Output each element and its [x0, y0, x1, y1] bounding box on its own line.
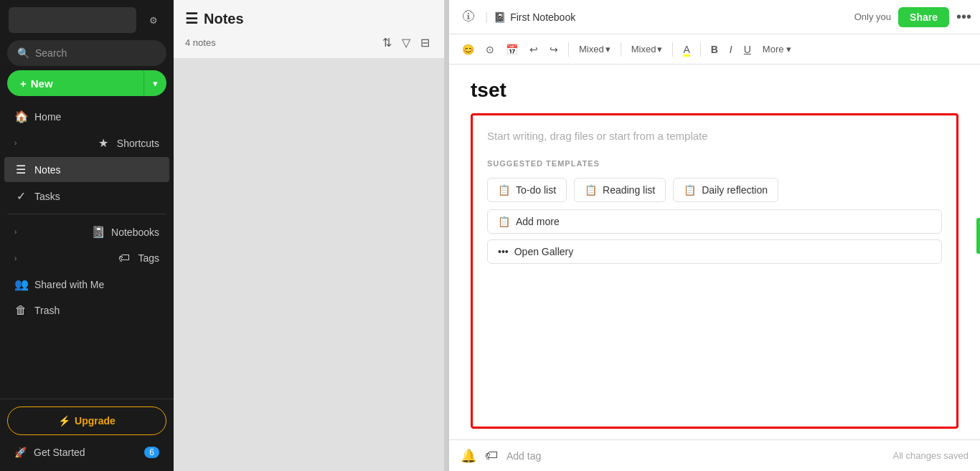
- notes-title-text: Notes: [204, 11, 244, 27]
- more-formatting-button[interactable]: More ▾: [758, 41, 796, 57]
- chevron-down-icon: ▾: [606, 44, 611, 54]
- reflection-template-button[interactable]: 📋 Daily reflection: [673, 178, 778, 202]
- new-button[interactable]: + New: [7, 70, 143, 96]
- todo-template-button[interactable]: 📋 To-do list: [487, 178, 567, 202]
- notebook-name: First Notebook: [510, 11, 575, 23]
- ellipsis-icon: •••: [956, 9, 971, 25]
- user-avatar-area[interactable]: [9, 7, 136, 33]
- notes-icon: ☰: [14, 163, 27, 176]
- notes-count: 4 notes: [185, 37, 216, 48]
- reading-template-label: Reading list: [603, 184, 655, 196]
- note-title[interactable]: tset: [471, 79, 958, 102]
- sort-button[interactable]: ⇅: [380, 33, 395, 52]
- calendar-button[interactable]: 📅: [501, 41, 522, 58]
- notes-panel-header: ☰ Notes 4 notes ⇅ ▽ ⊟: [174, 0, 444, 59]
- suggested-templates-label: SUGGESTED TEMPLATES: [487, 159, 942, 168]
- search-label: Search: [35, 47, 67, 59]
- notebook-reference[interactable]: 📓 First Notebook: [494, 11, 575, 23]
- sidebar-item-label: Trash: [34, 305, 60, 316]
- sidebar-item-label: Notes: [34, 164, 61, 176]
- filter-button[interactable]: ▽: [399, 33, 413, 52]
- sidebar-item-shortcuts[interactable]: › ★ Shortcuts: [4, 130, 169, 156]
- nav-divider: [7, 214, 166, 214]
- more-options-button[interactable]: •••: [956, 9, 971, 25]
- editor-info-button[interactable]: 🛈: [458, 6, 479, 27]
- undo-button[interactable]: ↩: [525, 41, 542, 58]
- notes-panel-title: ☰ Notes: [185, 10, 433, 27]
- tag-icon: 🏷: [485, 448, 498, 463]
- editor-panel: 🛈 | 📓 First Notebook Only you Share ••• …: [449, 0, 980, 471]
- upgrade-button[interactable]: ⚡ Upgrade: [7, 406, 166, 435]
- get-started-item[interactable]: 🚀 Get Started 6: [7, 441, 166, 464]
- emoji-button[interactable]: 😊: [458, 41, 479, 58]
- get-started-label: Get Started: [34, 447, 85, 458]
- sidebar: ⚙ 🔍 Search + New ▾ 🏠 Home › ★ Shortcuts …: [0, 0, 174, 471]
- filter-icon: ▽: [402, 36, 410, 49]
- home-icon: 🏠: [14, 110, 27, 123]
- reflection-template-label: Daily reflection: [702, 184, 768, 196]
- reflection-template-icon: 📋: [684, 184, 696, 196]
- sidebar-item-notebooks[interactable]: › 📓 Notebooks: [4, 219, 169, 244]
- upgrade-label: Upgrade: [75, 415, 116, 427]
- redo-button[interactable]: ↪: [545, 41, 562, 58]
- bold-button[interactable]: B: [707, 41, 722, 58]
- notification-badge: 6: [144, 447, 159, 458]
- add-more-icon: 📋: [498, 216, 510, 227]
- font-style-select[interactable]: Mixed ▾: [575, 41, 615, 57]
- italic-button[interactable]: I: [725, 41, 737, 58]
- add-tag-label[interactable]: Add tag: [507, 450, 541, 462]
- highlight-button[interactable]: A: [679, 41, 694, 58]
- sidebar-top: ⚙: [0, 0, 174, 40]
- tasks-icon: ✓: [14, 189, 27, 203]
- toolbar-separator: [568, 42, 569, 57]
- notebook-icon: 📓: [494, 11, 506, 23]
- share-button[interactable]: Share: [898, 7, 949, 27]
- toolbar-separator: [700, 42, 701, 57]
- template-extra-buttons: 📋 Add more ••• Open Gallery: [487, 209, 942, 264]
- upgrade-icon: ⚡: [58, 415, 70, 427]
- open-gallery-button[interactable]: ••• Open Gallery: [487, 239, 942, 264]
- open-gallery-icon: •••: [498, 246, 509, 257]
- add-more-button[interactable]: 📋 Add more: [487, 209, 942, 234]
- open-gallery-label: Open Gallery: [514, 246, 573, 257]
- sidebar-item-tasks[interactable]: ✓ Tasks: [4, 184, 169, 209]
- sharing-status-label: Only you: [854, 11, 891, 22]
- notebooks-icon: 📓: [91, 225, 104, 239]
- checkbox-button[interactable]: ⊙: [481, 41, 499, 58]
- editor-topbar: 🛈 | 📓 First Notebook Only you Share •••: [449, 0, 980, 34]
- reading-template-button[interactable]: 📋 Reading list: [574, 178, 666, 202]
- notes-toolbar-actions: ⇅ ▽ ⊟: [380, 33, 433, 52]
- italic-icon: I: [730, 44, 732, 55]
- shortcuts-icon: ★: [97, 136, 110, 150]
- search-button[interactable]: 🔍 Search: [7, 40, 166, 66]
- font-size-select[interactable]: Mixed ▾: [627, 41, 667, 57]
- toolbar-separator: [672, 42, 673, 57]
- editor-footer: 🔔 🏷 Add tag All changes saved: [449, 439, 980, 471]
- sidebar-item-shared-with-me[interactable]: 👥 Shared with Me: [4, 272, 169, 297]
- chevron-down-icon: ▾: [153, 78, 158, 89]
- editor-content[interactable]: tset Start writing, drag files or start …: [449, 65, 980, 439]
- settings-button[interactable]: ⚙: [142, 9, 165, 32]
- template-buttons-row: 📋 To-do list 📋 Reading list 📋 Daily refl…: [487, 178, 942, 202]
- new-button-wrapper: + New ▾: [7, 70, 166, 96]
- sidebar-item-trash[interactable]: 🗑 Trash: [4, 298, 169, 323]
- reminder-button[interactable]: 🔔: [461, 448, 476, 464]
- rocket-icon: 🚀: [14, 447, 27, 458]
- underline-button[interactable]: U: [740, 41, 755, 58]
- new-dropdown-button[interactable]: ▾: [143, 70, 166, 96]
- add-tag-button[interactable]: 🏷: [485, 448, 498, 463]
- sidebar-item-tags[interactable]: › 🏷 Tags: [4, 246, 169, 270]
- sidebar-item-notes[interactable]: ☰ Notes: [4, 157, 169, 182]
- notes-title-icon: ☰: [185, 10, 198, 27]
- sidebar-item-home[interactable]: 🏠 Home: [4, 104, 169, 129]
- share-label: Share: [910, 11, 938, 23]
- side-collapse-handle[interactable]: [976, 218, 980, 254]
- notes-list[interactable]: [174, 59, 444, 471]
- undo-icon: ↩: [529, 44, 538, 55]
- search-icon: 🔍: [17, 47, 29, 59]
- template-suggestions-area: Start writing, drag files or start from …: [471, 113, 958, 429]
- toolbar-separator: [621, 42, 621, 57]
- chevron-right-icon: ›: [14, 139, 17, 147]
- sort-icon: ⇅: [382, 36, 392, 49]
- view-button[interactable]: ⊟: [418, 33, 433, 52]
